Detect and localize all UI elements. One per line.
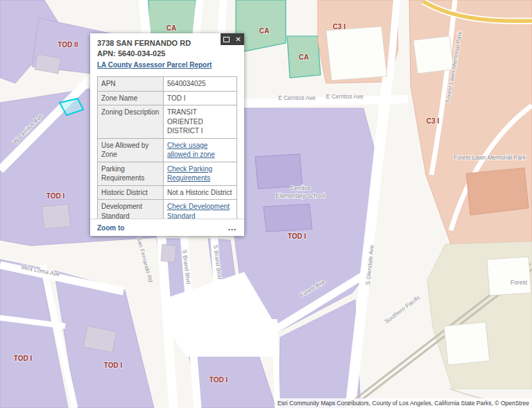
table-row: Historic District Not a Historic Distric… <box>98 185 237 200</box>
close-button[interactable]: ✕ <box>232 33 244 45</box>
table-row: Parking Requirements Check Parking Requi… <box>98 162 237 185</box>
row-value: TOD I <box>164 91 237 105</box>
maximize-button[interactable] <box>221 33 232 45</box>
row-label: APN <box>98 77 164 92</box>
map-attribution: Esri Community Maps Contributors, County… <box>275 398 532 408</box>
zone-label-tod-i: TOD I <box>14 355 33 362</box>
zone-label-tod-ii: TOD II <box>58 41 78 49</box>
row-value: TRANSIT ORIENTED DISTRICT I <box>164 105 237 139</box>
zone-label-c3-i: C3 I <box>427 117 440 125</box>
row-value: Check Development Standard <box>164 200 237 219</box>
zone-label-tod-i: TOD I <box>46 192 65 200</box>
row-label: Zoning Description <box>98 105 164 139</box>
street-label: E Cerritos Ave <box>326 93 363 100</box>
table-row: APN 5640034025 <box>98 77 237 92</box>
row-label: Historic District <box>98 185 164 200</box>
close-icon: ✕ <box>235 36 241 43</box>
row-value: Check Parking Requirements <box>164 162 237 185</box>
development-standard-link[interactable]: Check Development Standard <box>167 203 230 219</box>
table-row: Zone Name TOD I <box>98 91 237 105</box>
zone-label-ca: CA <box>259 27 269 35</box>
row-label: Zone Name <box>98 91 164 105</box>
assessor-report-link[interactable]: LA County Assessor Parcel Report <box>97 61 212 69</box>
school-label-line1: Cerritos <box>290 185 311 192</box>
parking-requirements-link[interactable]: Check Parking Requirements <box>167 165 212 182</box>
row-value: Not a Historic District <box>164 185 237 200</box>
zone-label-c3-i: C3 I <box>333 23 346 31</box>
more-options-button[interactable]: … <box>228 225 237 230</box>
zone-label-ca: CA <box>299 53 309 61</box>
map-canvas[interactable]: TOD II TOD I TOD I TOD I TOD I TOD I CA … <box>0 0 532 408</box>
table-row: Zoning Description TRANSIT ORIENTED DIST… <box>98 105 237 139</box>
park-label: Forest Lawn Memorial Park <box>454 154 526 161</box>
usage-allowed-link[interactable]: Check usage allowed in zone <box>167 142 215 159</box>
zone-label-tod-i: TOD I <box>209 376 228 384</box>
table-row: Development Standard Check Development S… <box>98 200 237 219</box>
popup-window-controls: ✕ <box>221 33 244 45</box>
row-label: Development Standard <box>98 200 164 219</box>
popup-footer: Zoom to … <box>90 219 244 236</box>
popup-apn: APN: 5640-034-025 <box>97 49 237 58</box>
row-value: 5640034025 <box>164 77 237 92</box>
maximize-icon <box>223 37 230 42</box>
zoom-to-link[interactable]: Zoom to <box>97 224 124 232</box>
table-row: Use Allowed by Zone Check usage allowed … <box>98 138 237 162</box>
row-label: Parking Requirements <box>98 162 164 185</box>
zone-label-tod-i: TOD I <box>288 232 307 240</box>
map-application: TOD II TOD I TOD I TOD I TOD I TOD I CA … <box>0 0 532 408</box>
popup-table-scroll-area[interactable]: APN 5640034025 Zone Name TOD I Zoning De… <box>97 76 237 219</box>
parcel-attributes-table: APN 5640034025 Zone Name TOD I Zoning De… <box>97 76 237 219</box>
street-label: E Cerritos Ave <box>278 94 316 101</box>
popup-title: 3738 SAN FERNANDO RD <box>97 39 237 47</box>
row-label: Use Allowed by Zone <box>98 138 164 162</box>
school-label-line2: Elementary School <box>275 192 325 199</box>
zone-label-ca: CA <box>166 24 176 32</box>
parcel-popup: ✕ 3738 SAN FERNANDO RD APN: 5640-034-025… <box>90 33 244 236</box>
zone-label-tod-i: TOD I <box>104 362 123 369</box>
street-label: Forest <box>510 279 528 286</box>
row-value: Check usage allowed in zone <box>164 138 237 162</box>
